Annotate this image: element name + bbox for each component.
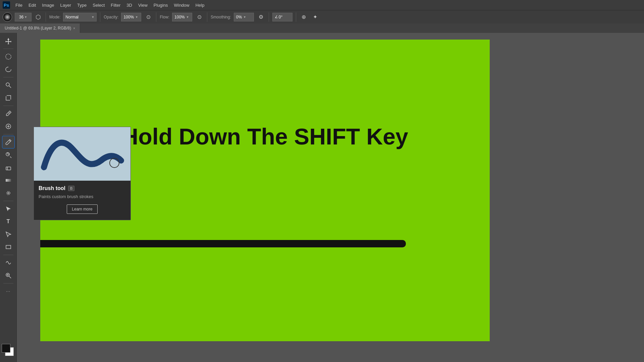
opacity-label: Opacity: [104,15,118,19]
svg-line-3 [9,86,11,88]
menu-file[interactable]: File [13,2,25,8]
menu-3d[interactable]: 3D [124,2,135,8]
menu-image[interactable]: Image [39,2,57,8]
extra-settings-icon[interactable]: ✦ [311,13,320,21]
svg-marker-0 [5,38,11,44]
brush-stroke-line [40,240,406,247]
tab-bar: Untitled-1 @ 69.8% (Layer 2, RGB/8) × [0,23,644,33]
menu-layer[interactable]: Layer [58,2,74,8]
separator-3 [156,12,156,22]
tool-type[interactable]: T [2,216,14,228]
options-bar: 36 ▼ ⬡ Mode: Normal ▼ Opacity: 100% ▼ ⊙ … [0,10,644,23]
svg-line-19 [9,276,11,278]
tab-title: Untitled-1 @ 69.8% (Layer 2, RGB/8) [5,26,71,31]
document-tab[interactable]: Untitled-1 @ 69.8% (Layer 2, RGB/8) × [0,23,80,33]
tool-separator-2 [3,77,13,77]
separator-5 [269,12,269,22]
tab-close-button[interactable]: × [73,26,75,30]
svg-point-15 [7,191,10,195]
tool-blur[interactable] [2,187,14,199]
tool-clone-stamp[interactable] [2,149,14,161]
svg-point-16 [8,192,9,194]
angle-value[interactable]: ∠ 0° [272,13,292,21]
learn-more-button[interactable]: Learn more [67,204,97,214]
tooltip-shortcut: B [68,186,74,191]
menu-plugins[interactable]: Plugins [151,2,171,8]
tool-separator-4 [3,134,13,134]
menu-window[interactable]: Window [171,2,192,8]
canvas-area: Hold Down The SHIFT Key Brush tool B Pai… [17,33,644,362]
menu-help[interactable]: Help [193,2,207,8]
tool-gradient[interactable] [2,174,14,186]
svg-rect-14 [6,179,11,182]
color-swatch-area [2,344,15,357]
menu-filter[interactable]: Filter [108,2,123,8]
mode-label: Mode: [49,15,60,19]
smoothing-settings-icon[interactable]: ⚙ [257,13,265,21]
tool-separator-3 [3,106,13,106]
brush-mode-icon: ⬡ [34,13,42,21]
brush-tooltip-popup: Brush tool B Paints custom brush strokes… [34,127,131,220]
tool-separator-7 [3,283,13,284]
pressure-flow-icon[interactable]: ⊙ [195,13,204,21]
svg-rect-12 [6,167,11,170]
tool-warp[interactable] [2,257,14,269]
tool-eyedropper[interactable] [2,108,14,120]
separator-2 [100,12,100,22]
menu-type[interactable]: Type [74,2,89,8]
svg-rect-17 [6,245,11,249]
separator-6 [296,12,296,22]
tool-lasso[interactable] [2,63,14,75]
ps-logo: Ps [3,1,10,9]
tool-eraser[interactable] [2,162,14,174]
tool-separator-6 [3,255,13,255]
separator-4 [207,12,207,22]
tooltip-brush-preview-svg [34,127,130,181]
flow-label: Flow: [160,15,169,19]
foreground-color-swatch[interactable] [2,344,10,353]
tool-marquee[interactable] [2,51,14,63]
tool-direct-select[interactable] [2,228,14,240]
tool-path-select[interactable] [2,203,14,215]
tool-separator-5 [3,201,13,201]
symmetry-icon[interactable]: ⊕ [300,13,308,21]
menu-bar: Ps File Edit Image Layer Type Select Fil… [0,0,644,10]
svg-point-22 [110,158,119,168]
svg-point-1 [6,54,11,59]
tool-more[interactable]: ··· [2,285,14,297]
brush-size-dropdown[interactable]: 36 ▼ [15,13,32,21]
menu-select[interactable]: Select [90,2,107,8]
tool-quick-select[interactable] [2,79,14,91]
menu-view[interactable]: View [136,2,150,8]
flow-value[interactable]: 100% ▼ [172,13,192,21]
tool-brush[interactable] [2,136,14,148]
tooltip-title: Brush tool [39,185,65,191]
canvas-main-text: Hold Down The SHIFT Key [122,123,408,149]
menu-edit[interactable]: Edit [26,2,39,8]
tool-crop[interactable] [2,92,14,104]
tool-rectangle[interactable] [2,241,14,253]
svg-line-4 [8,112,10,114]
svg-point-2 [6,83,9,86]
pressure-opacity-icon[interactable]: ⊙ [144,13,153,21]
smoothing-value[interactable]: 0% ▼ [234,13,254,21]
svg-line-8 [9,140,10,141]
tooltip-preview-area [34,127,130,181]
tooltip-title-row: Brush tool B [39,185,126,191]
smoothing-label: Smoothing: [211,15,231,19]
brush-preview[interactable] [3,12,12,22]
tool-heal[interactable] [2,120,14,132]
tool-separator-1 [3,49,13,49]
left-toolbar: T ··· [0,33,17,362]
tooltip-description: Paints custom brush strokes [39,194,126,199]
tool-zoom[interactable] [2,269,14,282]
separator-1 [46,12,46,22]
tooltip-body: Brush tool B Paints custom brush strokes… [34,181,130,220]
opacity-value[interactable]: 100% ▼ [121,13,141,21]
tool-move[interactable] [2,35,14,47]
mode-dropdown[interactable]: Normal ▼ [63,13,97,21]
main-layout: T ··· Hold Down The SHIFT Key [0,33,644,362]
